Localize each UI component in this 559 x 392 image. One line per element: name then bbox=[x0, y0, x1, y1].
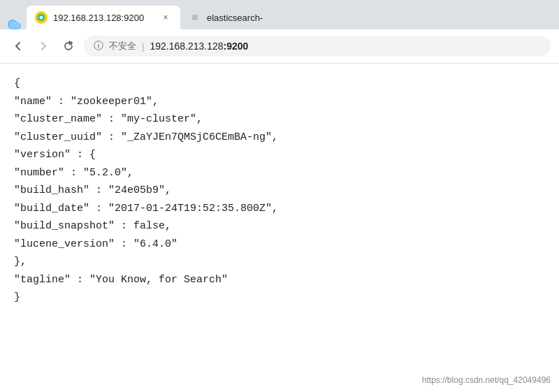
json-line-7: "build_hash" : "24e05b9", bbox=[14, 182, 545, 200]
json-line-8: "build_date" : "2017-01-24T19:52:35.800Z… bbox=[14, 200, 545, 218]
watermark: https://blog.csdn.net/qq_42049496 bbox=[422, 373, 551, 387]
cloud-icon bbox=[6, 17, 21, 29]
forward-button[interactable] bbox=[34, 36, 53, 56]
tab-close-button[interactable]: × bbox=[159, 11, 172, 24]
tab-active[interactable]: 192.168.213.128:9200 × bbox=[27, 6, 180, 29]
security-icon: ⓘ bbox=[94, 40, 103, 52]
address-text: 192.168.213.128:9200 bbox=[150, 41, 248, 52]
tab-inactive-favicon bbox=[189, 11, 201, 24]
address-main: 192.168.213.128 bbox=[150, 41, 223, 52]
svg-point-2 bbox=[40, 16, 43, 20]
json-line-2: "name" : "zookeeper01", bbox=[14, 93, 545, 111]
json-line-13: } bbox=[14, 289, 545, 307]
address-port: :9200 bbox=[224, 41, 249, 52]
svg-rect-4 bbox=[192, 15, 198, 20]
json-line-11: }, bbox=[14, 253, 545, 271]
json-line-4: "cluster_uuid" : "_ZaYJEn7QMSjC6CEmBA-ng… bbox=[14, 129, 545, 147]
tab-inactive[interactable]: elasticsearch- bbox=[180, 6, 306, 29]
tab-inactive-title: elasticsearch- bbox=[207, 13, 298, 23]
address-divider: | bbox=[142, 41, 144, 52]
tab-active-title: 192.168.213.128:9200 bbox=[53, 13, 154, 23]
json-line-10: "lucene_version" : "6.4.0" bbox=[14, 235, 545, 254]
security-label: 不安全 bbox=[109, 40, 136, 52]
back-button[interactable] bbox=[8, 36, 28, 56]
reload-button[interactable] bbox=[59, 36, 78, 56]
json-line-12: "tagline" : "You Know, for Search" bbox=[14, 271, 545, 289]
json-content-area: { "name" : "zookeeper01", "cluster_name"… bbox=[0, 64, 559, 392]
json-line-5: "version" : { bbox=[14, 146, 545, 164]
json-line-9: "build_snapshot" : false, bbox=[14, 217, 545, 235]
json-line-3: "cluster_name" : "my-cluster", bbox=[14, 110, 545, 129]
json-line-6: "number" : "5.2.0", bbox=[14, 164, 545, 182]
address-bar: ⓘ 不安全 | 192.168.213.128:9200 bbox=[0, 29, 559, 63]
tab-bar: 192.168.213.128:9200 × elasticsearch- bbox=[0, 0, 559, 29]
json-line-1: { bbox=[14, 75, 545, 93]
address-input-area[interactable]: ⓘ 不安全 | 192.168.213.128:9200 bbox=[84, 36, 551, 57]
tab-active-favicon bbox=[35, 11, 48, 24]
browser-chrome: 192.168.213.128:9200 × elasticsearch- bbox=[0, 0, 559, 64]
